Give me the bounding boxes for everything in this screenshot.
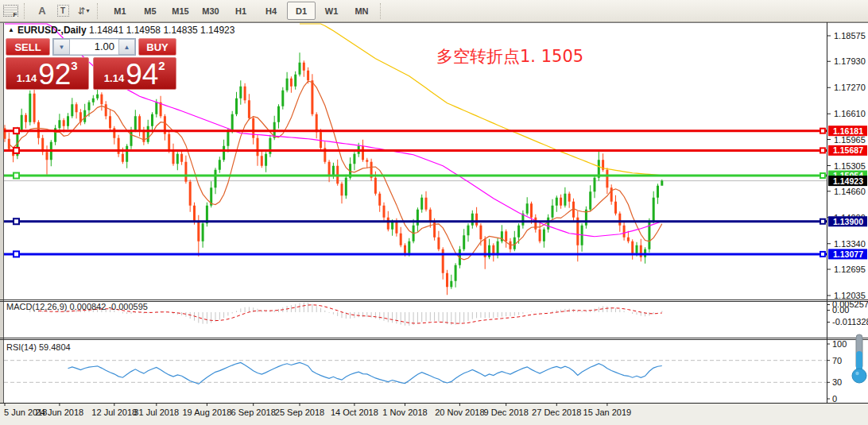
price-tick-label: 1.15965 [834, 135, 866, 145]
volume-decrease-button[interactable]: ▼ [53, 39, 70, 55]
price-badge-label: 1.15687 [833, 145, 863, 155]
date-label: 14 Oct 2018 [331, 408, 378, 417]
buy-price-prefix: 1.14 [104, 71, 124, 87]
date-label: 24 Jun 2018 [36, 408, 84, 417]
price-badge-label: 1.13900 [833, 217, 863, 226]
price-tick-label: 1.12695 [834, 265, 866, 274]
sell-price-prefix: 1.14 [17, 71, 37, 87]
rsi-axis-label: 100 [832, 339, 847, 349]
price-tick-label: 1.14660 [834, 187, 866, 196]
date-label: 12 Jul 2018 [91, 408, 137, 417]
level-handle-right[interactable] [820, 129, 825, 133]
price-tick-label: 1.17930 [834, 56, 866, 66]
date-label: 6 Sep 2018 [231, 408, 276, 417]
volume-input[interactable]: 1.00 [70, 39, 118, 55]
date-label: 15 Jan 2019 [583, 408, 632, 417]
level-handle-left[interactable] [14, 218, 19, 224]
level-handle-left[interactable] [14, 251, 19, 257]
volume-increase-button[interactable]: ▲ [118, 39, 135, 55]
rsi-label: RSI(14) 59.4804 [6, 342, 71, 352]
buy-price-button[interactable]: 1.14 94 2 [93, 57, 177, 90]
date-label: 9 Dec 2018 [484, 408, 529, 417]
date-label: 1 Nov 2018 [382, 408, 427, 417]
date-label: 27 Dec 2018 [532, 408, 581, 417]
macd-label: MACD(12,26,9) 0.000842 -0.000595 [6, 302, 148, 311]
price-badge-label: 1.13077 [833, 249, 863, 259]
price-tick-label: 1.16610 [834, 109, 866, 118]
level-handle-right[interactable] [820, 148, 825, 153]
chart-annotation-text: 多空转折点1. 1505 [436, 45, 583, 68]
buy-button[interactable]: BUY [138, 38, 176, 56]
level-handle-right[interactable] [820, 219, 825, 224]
one-click-trading-panel: SELL ▼ 1.00 ▲ BUY 1.14 92 3 1.14 94 2 [6, 38, 176, 90]
ohlc-values: 1.14841 1.14958 1.14835 1.14923 [89, 25, 235, 36]
symbol-period-label: EURUSD-,Daily [17, 25, 87, 36]
price-tick-label: 1.17270 [834, 83, 866, 92]
sell-price-button[interactable]: 1.14 92 3 [6, 57, 89, 90]
price-tick-label: 1.18575 [834, 31, 866, 41]
buy-price-pip: 2 [158, 59, 165, 72]
level-handle-left[interactable] [14, 128, 19, 133]
date-label: 31 Jul 2018 [134, 408, 179, 417]
collapse-triangle-icon[interactable]: ▲ [8, 26, 14, 33]
window-edge [0, 22, 3, 403]
rsi-axis-label: 30 [832, 377, 842, 387]
buy-price-big: 94 [126, 63, 158, 87]
sell-price-pip: 3 [71, 59, 77, 72]
macd-axis-label: 0.00 [832, 305, 849, 315]
price-tick-label: 1.15305 [834, 161, 866, 171]
price-badge-label: 1.16181 [833, 126, 863, 136]
macd-axis-label: -0.011328 [832, 317, 868, 326]
volume-stepper: ▼ 1.00 ▲ [52, 38, 136, 56]
level-handle-right[interactable] [820, 252, 825, 257]
price-badge-label: 1.14923 [833, 176, 863, 186]
date-label: 20 Nov 2018 [435, 408, 484, 417]
level-handle-right[interactable] [820, 173, 825, 178]
thermometer-widget [851, 334, 868, 386]
level-handle-left[interactable] [14, 148, 19, 153]
rsi-axis-label: 0 [832, 394, 837, 404]
chart-title: ▲EURUSD-,Daily 1.14841 1.14958 1.14835 1… [8, 25, 234, 36]
sell-button[interactable]: SELL [6, 38, 50, 56]
date-label: 19 Aug 2018 [183, 408, 232, 417]
rsi-axis-label: 70 [832, 356, 842, 365]
sell-price-big: 92 [38, 63, 71, 87]
price-tick-label: 1.13340 [834, 239, 866, 249]
level-handle-left[interactable] [14, 173, 19, 179]
date-label: 25 Sep 2018 [275, 408, 324, 417]
